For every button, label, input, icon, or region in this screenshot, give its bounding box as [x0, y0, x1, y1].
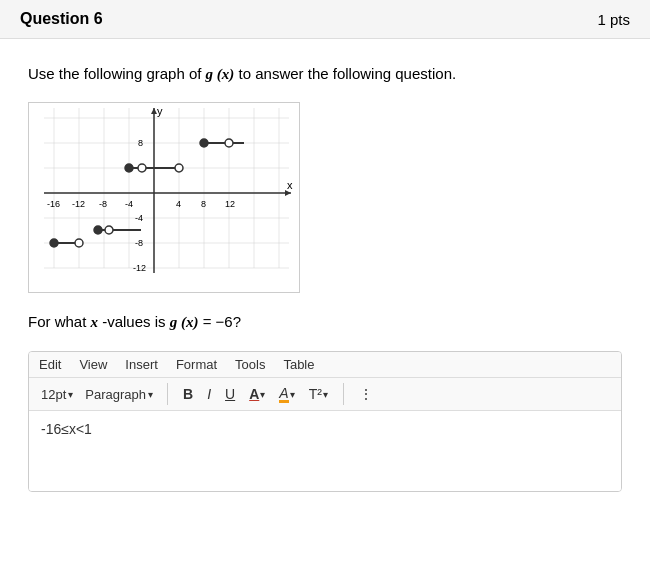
question-header: Question 6 1 pts: [0, 0, 650, 39]
svg-text:8: 8: [138, 138, 143, 148]
toolbar-divider-2: [343, 383, 344, 405]
svg-text:-16: -16: [47, 199, 60, 209]
question-title: Question 6: [20, 10, 103, 28]
menu-tools[interactable]: Tools: [235, 357, 265, 372]
underline-button[interactable]: U: [220, 384, 240, 404]
svg-text:-12: -12: [133, 263, 146, 273]
highlight-color-button[interactable]: A ▾: [274, 384, 299, 405]
dot-open-4: [175, 164, 183, 172]
svg-text:-12: -12: [72, 199, 85, 209]
menu-format[interactable]: Format: [176, 357, 217, 372]
svg-text:-8: -8: [135, 238, 143, 248]
dot-filled-3: [125, 164, 133, 172]
font-color-label: A: [249, 386, 259, 402]
paragraph-style-dropdown[interactable]: Paragraph ▾: [81, 385, 157, 404]
question-points: 1 pts: [597, 11, 630, 28]
menu-view[interactable]: View: [79, 357, 107, 372]
graph-svg: x y -16 -12 -8 -4 4 8 12: [29, 103, 299, 288]
menu-insert[interactable]: Insert: [125, 357, 158, 372]
paragraph-chevron: ▾: [148, 389, 153, 400]
dot-filled-4: [94, 226, 102, 234]
highlight-label: A: [279, 386, 288, 403]
svg-text:8: 8: [201, 199, 206, 209]
font-color-chevron: ▾: [260, 389, 265, 400]
text-editor: Edit View Insert Format Tools Table 12pt…: [28, 351, 622, 492]
font-color-button[interactable]: A ▾: [244, 384, 270, 404]
svg-text:-4: -4: [135, 213, 143, 223]
highlight-chevron: ▾: [290, 389, 295, 400]
intro-end: to answer the following question.: [234, 65, 456, 82]
bold-button[interactable]: B: [178, 384, 198, 404]
question-intro: Use the following graph of g (x) to answ…: [28, 63, 622, 86]
more-options-button[interactable]: ⋮: [354, 384, 378, 404]
for-what-func: g (x): [170, 314, 199, 330]
font-size-value: 12pt: [41, 387, 66, 402]
dot-open-5: [105, 226, 113, 234]
intro-func: g (x): [206, 66, 235, 82]
y-axis-label: y: [157, 105, 163, 117]
dot-filled-1: [50, 239, 58, 247]
intro-text: Use the following graph of: [28, 65, 206, 82]
editor-toolbar: 12pt ▾ Paragraph ▾ B I U A ▾ A: [29, 378, 621, 411]
font-size-chevron: ▾: [68, 389, 73, 400]
editor-text: -16≤x<1: [41, 421, 92, 437]
question-body: Use the following graph of g (x) to answ…: [0, 39, 650, 508]
dot-open-3: [138, 164, 146, 172]
italic-button[interactable]: I: [202, 384, 216, 404]
superscript-button[interactable]: T² ▾: [304, 384, 333, 404]
for-what-question: For what x -values is g (x) = −6?: [28, 311, 622, 334]
superscript-label: T²: [309, 386, 322, 402]
dot-open-2: [225, 139, 233, 147]
graph-image: x y -16 -12 -8 -4 4 8 12: [28, 102, 300, 293]
font-size-dropdown[interactable]: 12pt ▾: [37, 385, 77, 404]
menu-table[interactable]: Table: [283, 357, 314, 372]
toolbar-divider-1: [167, 383, 168, 405]
for-what-var: x: [91, 314, 99, 330]
editor-menubar: Edit View Insert Format Tools Table: [29, 352, 621, 378]
x-axis-label: x: [287, 179, 293, 191]
svg-text:-4: -4: [125, 199, 133, 209]
svg-text:12: 12: [225, 199, 235, 209]
for-what-end: -values is: [98, 313, 170, 330]
svg-text:-8: -8: [99, 199, 107, 209]
graph-container: x y -16 -12 -8 -4 4 8 12: [28, 102, 622, 293]
paragraph-value: Paragraph: [85, 387, 146, 402]
for-what-eq: = −6?: [198, 313, 241, 330]
dot-open-1: [75, 239, 83, 247]
for-what-start: For what: [28, 313, 91, 330]
dot-filled-2: [200, 139, 208, 147]
superscript-chevron: ▾: [323, 389, 328, 400]
svg-text:4: 4: [176, 199, 181, 209]
editor-content-area[interactable]: -16≤x<1: [29, 411, 621, 491]
menu-edit[interactable]: Edit: [39, 357, 61, 372]
